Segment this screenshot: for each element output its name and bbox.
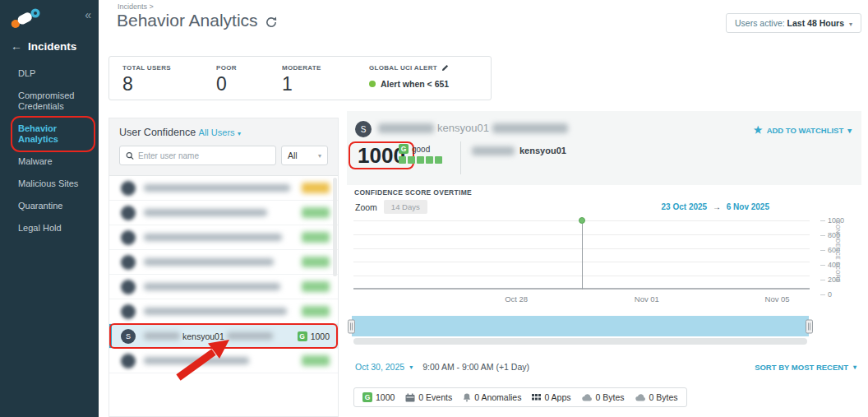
user-visible-name: kensyou01 (182, 331, 224, 341)
stat-value: 1 (282, 73, 369, 95)
cloud-icon (582, 394, 593, 401)
summary-text: 0 Bytes (649, 392, 678, 402)
add-to-watchlist-button[interactable]: ★ ADD TO WATCHLIST ▾ (754, 124, 852, 136)
sidebar-item-malware[interactable]: Malware (0, 152, 99, 171)
chart-title: CONFIDENCE SCORE OVERTIME (354, 188, 472, 197)
summary-item: 0 Apps (532, 392, 570, 402)
chevron-down-icon[interactable]: ▾ (409, 364, 413, 371)
chevron-down-icon: ▾ (847, 126, 852, 135)
zoom-14-days-button[interactable]: 14 Days (384, 200, 427, 214)
all-users-link[interactable]: All Users (199, 127, 235, 137)
date-selector[interactable]: Oct 30, 2025 (355, 362, 404, 372)
users-active-dropdown[interactable]: Users active: Last 48 Hours ▾ (726, 13, 861, 33)
summary-item: 0 Anomalies (463, 392, 521, 402)
confidence-score-chart[interactable] (353, 220, 810, 290)
list-scrollbar[interactable] (333, 178, 337, 276)
sort-by-label: SORT BY MOST RECENT (755, 363, 848, 372)
user-row[interactable] (109, 176, 338, 201)
sidebar-item-behavior-analytics[interactable]: Behavior Analytics (0, 119, 99, 149)
score-badge-redacted (302, 355, 330, 366)
netskope-logo-icon (10, 7, 41, 35)
x-tick-label: Nov 01 (635, 294, 659, 303)
range-end-link[interactable]: 6 Nov 2025 (727, 202, 769, 211)
chevron-down-icon[interactable]: ▾ (238, 130, 241, 137)
bell-icon (463, 393, 471, 402)
user-list: Skensyou01G1000 (109, 176, 338, 373)
redacted-text (144, 332, 180, 340)
page-title: Behavior Analytics (117, 11, 258, 30)
summary-item: 0 Events (405, 392, 452, 402)
y-tick-label: 0 (820, 290, 832, 299)
data-point-dot[interactable] (579, 217, 585, 224)
stat-label: MODERATE (282, 64, 369, 72)
username-visible-part: kensyou01 (519, 146, 566, 155)
stat-label: POOR (216, 64, 282, 72)
score-badge-redacted (302, 306, 330, 317)
chevron-down-icon: ▾ (849, 21, 852, 28)
user-row[interactable] (109, 275, 338, 299)
sidebar-collapse-icon[interactable]: « (85, 8, 91, 21)
summary-item: G1000 (362, 392, 395, 402)
sidebar-item-compromised-credentials[interactable]: Compromised Credentials (0, 86, 99, 116)
data-point-line (582, 220, 584, 290)
watchlist-label: ADD TO WATCHLIST (767, 126, 844, 135)
time-range-text: 9:00 AM - 9:00 AM (+1 Day) (422, 362, 529, 372)
grade-badge: G (298, 331, 307, 341)
user-detail-header: S kensyou01 ★ ADD TO WATCHLIST ▾ 1000 G … (347, 111, 861, 185)
chart-scrollbar-track[interactable] (353, 338, 807, 345)
back-arrow-icon[interactable]: ← (11, 39, 22, 53)
search-icon (126, 151, 134, 160)
breadcrumb[interactable]: Incidents > (118, 2, 154, 11)
sidebar-item-quarantine[interactable]: Quarantine (0, 197, 99, 215)
edit-pencil-icon[interactable] (441, 64, 449, 72)
stat-label: TOTAL USERS (122, 64, 216, 72)
alert-label: GLOBAL UCI ALERT (369, 64, 437, 72)
summary-text: 1000 (376, 392, 395, 402)
user-row[interactable] (109, 201, 338, 225)
range-start-link[interactable]: 23 Oct 2025 (662, 202, 708, 211)
chart-brush-selection[interactable] (352, 316, 809, 336)
sort-by-dropdown[interactable]: SORT BY MOST RECENT ▾ (755, 363, 856, 372)
redacted-text (378, 123, 434, 133)
redacted-text (472, 146, 515, 155)
redacted-text (144, 234, 282, 241)
stat-total-users: TOTAL USERS 8 (122, 64, 216, 100)
user-score: 1000 (311, 331, 330, 341)
brush-handle-left[interactable] (348, 319, 355, 333)
stat-poor: POOR 0 (216, 64, 282, 100)
score-badge-redacted (302, 207, 330, 218)
user-confidence-title: User Confidence (119, 127, 196, 138)
user-row[interactable] (109, 299, 338, 324)
sidebar-menu: DLPCompromised CredentialsBehavior Analy… (0, 64, 99, 241)
stat-moderate: MODERATE 1 (282, 64, 369, 100)
filter-value: All (288, 151, 298, 160)
score-badge-redacted (302, 281, 330, 292)
stats-card: TOTAL USERS 8 POOR 0 MODERATE 1 GLOBAL U… (108, 56, 492, 100)
user-search-box[interactable] (119, 146, 276, 165)
sidebar-item-dlp[interactable]: DLP (0, 64, 99, 83)
sidebar-item-legal-hold[interactable]: Legal Hold (0, 219, 99, 238)
cloud-icon (635, 394, 646, 401)
user-row[interactable] (109, 250, 338, 275)
redacted-text (492, 123, 568, 133)
score-filter-select[interactable]: All ▾ (281, 146, 328, 165)
user-row-selected[interactable]: Skensyou01G1000 (109, 324, 338, 349)
y-axis-label: CONFIDENCE SCORE (835, 220, 841, 294)
refresh-icon[interactable] (265, 16, 278, 29)
avatar-redacted (121, 181, 136, 196)
user-row[interactable] (109, 225, 338, 250)
search-input[interactable] (138, 151, 270, 160)
apps-grid-icon (532, 393, 541, 402)
sidebar-item-malicious-sites[interactable]: Malicious Sites (0, 174, 99, 193)
summary-item: 0 Bytes (635, 392, 678, 402)
stat-value: 0 (216, 73, 282, 95)
user-row[interactable] (109, 349, 338, 373)
grade-badge: G (399, 144, 409, 154)
avatar-redacted (121, 280, 136, 294)
x-tick-label: Oct 28 (505, 294, 528, 303)
divider (460, 141, 461, 174)
main-content: Incidents > Behavior Analytics Users act… (99, 0, 868, 417)
brush-handle-right[interactable] (806, 319, 813, 333)
summary-text: 0 Events (418, 392, 452, 402)
x-tick-label: Nov 05 (765, 294, 790, 303)
